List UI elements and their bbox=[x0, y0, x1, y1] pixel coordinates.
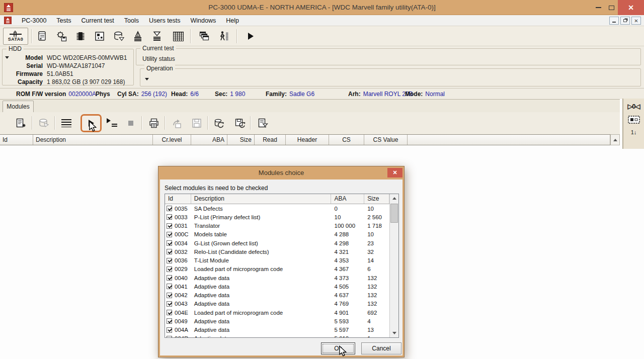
run-with-params-icon[interactable] bbox=[104, 116, 120, 131]
module-row[interactable]: 0043Adaptive data4 769132 bbox=[165, 300, 389, 308]
new-task-icon[interactable] bbox=[13, 116, 29, 131]
db-remove-icon[interactable] bbox=[36, 116, 52, 131]
column-header-header[interactable]: Header bbox=[286, 135, 329, 145]
heads-map-icon[interactable] bbox=[130, 28, 146, 44]
firmware-chip-icon[interactable] bbox=[72, 28, 89, 44]
operation-dropdown-caret[interactable] bbox=[145, 78, 149, 80]
scrollbar-thumb[interactable] bbox=[390, 204, 398, 223]
column-header-cr-level[interactable]: Cr.level bbox=[153, 135, 191, 145]
tab-modules[interactable]: Modules bbox=[3, 101, 34, 113]
save-to-db-icon[interactable] bbox=[232, 116, 248, 131]
dialog-column-header-description[interactable]: Description bbox=[191, 194, 332, 204]
module-checkbox[interactable] bbox=[167, 249, 172, 254]
merge-filter-icon[interactable] bbox=[149, 28, 165, 44]
module-row[interactable]: 0041Adaptive data4 505132 bbox=[165, 282, 389, 291]
menu-tests[interactable]: Tests bbox=[51, 15, 76, 26]
step-down-icon[interactable]: 1↓ bbox=[631, 129, 637, 135]
menu-current-test[interactable]: Current test bbox=[76, 15, 119, 26]
menu-windows[interactable]: Windows bbox=[186, 15, 221, 26]
module-id-cell: 004D bbox=[165, 335, 191, 337]
module-row[interactable]: 0036T-List Module4 35314 bbox=[165, 256, 389, 265]
menu-help[interactable]: Help bbox=[221, 15, 244, 26]
module-checkbox[interactable] bbox=[167, 240, 172, 246]
table-scroll-up-button[interactable] bbox=[610, 134, 620, 145]
module-row[interactable]: 0032Relo-List (Candidate defects)4 32132 bbox=[165, 247, 389, 256]
minimize-button[interactable] bbox=[592, 0, 605, 15]
module-row[interactable]: 004ELoaded part of microprogram code4 90… bbox=[165, 308, 389, 317]
dialog-close-icon[interactable]: ✕ bbox=[387, 168, 403, 177]
module-row[interactable]: 0040Adaptive data4 373132 bbox=[165, 274, 389, 282]
module-checkbox[interactable] bbox=[167, 310, 172, 315]
mdi-restore-button[interactable] bbox=[620, 17, 630, 25]
menu-tools[interactable]: Tools bbox=[119, 15, 144, 26]
module-id-cell: 0042 bbox=[165, 292, 191, 298]
save-disabled-icon[interactable] bbox=[189, 116, 205, 131]
module-checkbox[interactable] bbox=[167, 327, 172, 333]
column-header-cs[interactable]: CS bbox=[329, 135, 364, 145]
column-header-size[interactable]: Size bbox=[227, 135, 255, 145]
listbox-scrollbar[interactable] bbox=[389, 194, 398, 337]
sector-grid-icon[interactable] bbox=[170, 28, 186, 44]
run-icon[interactable] bbox=[243, 28, 259, 44]
cascade-windows-icon[interactable] bbox=[196, 28, 212, 44]
column-header-read[interactable]: Read bbox=[255, 135, 286, 145]
script-info-icon[interactable] bbox=[34, 28, 50, 44]
mdi-minimize-button[interactable] bbox=[609, 17, 619, 25]
print-icon[interactable] bbox=[146, 116, 162, 131]
test-board-icon[interactable] bbox=[92, 28, 108, 44]
module-checkbox[interactable] bbox=[167, 258, 172, 263]
cancel-button[interactable]: Cancel bbox=[361, 342, 401, 354]
undo-read-icon[interactable] bbox=[169, 116, 185, 131]
settings-save-icon[interactable] bbox=[53, 28, 69, 44]
module-row[interactable]: 0029Loaded part of microprogram code4 36… bbox=[165, 265, 389, 274]
ok-button[interactable]: Ok bbox=[321, 342, 355, 354]
module-row[interactable]: 004AAdaptive data5 59713 bbox=[165, 326, 389, 334]
module-row[interactable]: 0031Translator100 0001 718 bbox=[165, 222, 389, 230]
module-row[interactable]: 0033P-List (Primary defect list)102 560 bbox=[165, 213, 389, 221]
module-description: Adaptive data bbox=[191, 292, 332, 298]
module-row[interactable]: 0034G-List (Grown defect list)4 29823 bbox=[165, 239, 389, 247]
mdi-close-button[interactable]: ✕ bbox=[631, 17, 641, 25]
scroll-up-icon[interactable] bbox=[390, 194, 398, 203]
module-row[interactable]: 004DAdaptive data5 6101 bbox=[165, 334, 389, 337]
recalibrate-zero-icon[interactable]: ▷0◁ bbox=[627, 103, 639, 110]
stop-icon[interactable] bbox=[123, 116, 139, 131]
module-row[interactable]: 0042Adaptive data4 637132 bbox=[165, 291, 389, 300]
rom-chip-icon[interactable] bbox=[627, 115, 640, 125]
module-checkbox[interactable] bbox=[167, 223, 172, 229]
module-row[interactable]: 0035SA Defects010 bbox=[165, 204, 389, 213]
module-checkbox[interactable] bbox=[167, 214, 172, 220]
module-list-icon[interactable] bbox=[58, 116, 74, 131]
filter-report-icon[interactable] bbox=[255, 116, 271, 131]
module-checkbox[interactable] bbox=[167, 275, 172, 281]
menu-users-tests[interactable]: Users tests bbox=[144, 15, 186, 26]
sata-port-button[interactable]: SATA0 bbox=[3, 28, 28, 45]
column-header-aba[interactable]: ABA bbox=[191, 135, 227, 145]
column-header-id[interactable]: Id bbox=[0, 135, 33, 145]
module-checkbox[interactable] bbox=[167, 266, 172, 272]
menu-pc-3000[interactable]: PC-3000 bbox=[17, 15, 51, 26]
module-checkbox[interactable] bbox=[167, 284, 172, 289]
module-checkbox[interactable] bbox=[167, 336, 172, 337]
column-header-cs-value[interactable]: CS Value bbox=[364, 135, 408, 145]
column-header-description[interactable]: Description bbox=[33, 135, 153, 145]
modules-listbox: IdDescriptionABASize 0035SA Defects01000… bbox=[165, 194, 399, 338]
module-checkbox[interactable] bbox=[167, 301, 172, 307]
close-button[interactable]: ✕ bbox=[618, 0, 644, 15]
dialog-column-header-aba[interactable]: ABA bbox=[331, 194, 364, 204]
module-checkbox[interactable] bbox=[167, 232, 172, 237]
module-id-cell: 0034 bbox=[165, 240, 191, 246]
column-header-filler bbox=[408, 135, 610, 145]
module-checkbox[interactable] bbox=[167, 293, 172, 298]
module-checkbox[interactable] bbox=[167, 318, 172, 324]
dialog-column-header-size[interactable]: Size bbox=[364, 194, 389, 204]
dialog-column-header-id[interactable]: Id bbox=[165, 194, 191, 204]
module-row[interactable]: 0049Adaptive data5 5934 bbox=[165, 317, 389, 325]
maximize-button[interactable] bbox=[605, 0, 618, 15]
database-export-icon[interactable] bbox=[111, 28, 127, 44]
module-checkbox[interactable] bbox=[167, 206, 172, 211]
user-tests-icon[interactable] bbox=[215, 28, 231, 44]
db-refresh-icon[interactable] bbox=[211, 116, 227, 131]
scroll-down-icon[interactable] bbox=[390, 329, 398, 337]
module-row[interactable]: 000CModels table4 28810 bbox=[165, 230, 389, 239]
